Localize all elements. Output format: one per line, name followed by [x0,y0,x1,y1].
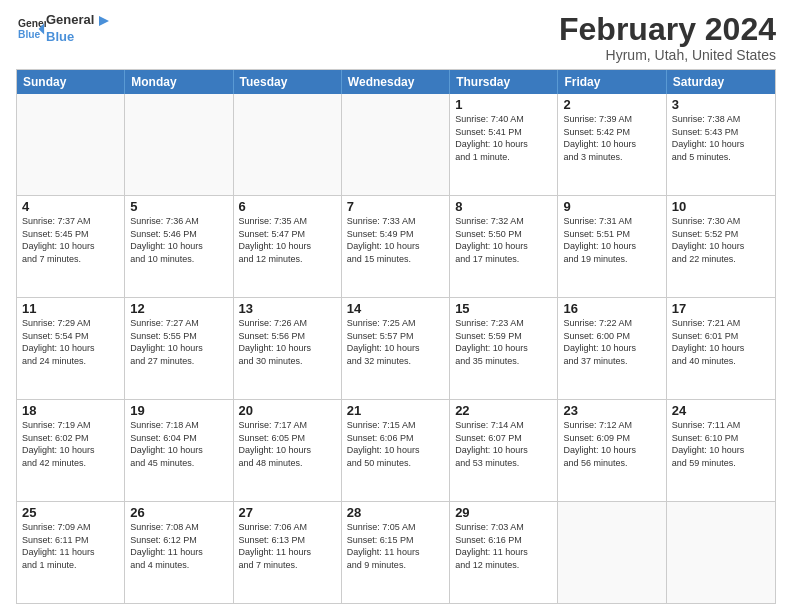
cell-info-r3-c3: Sunrise: 7:15 AM Sunset: 6:06 PM Dayligh… [347,419,444,469]
calendar-cell-r4-c4: 29Sunrise: 7:03 AM Sunset: 6:16 PM Dayli… [450,502,558,603]
cell-date-r2-c5: 16 [563,301,660,316]
cell-info-r3-c0: Sunrise: 7:19 AM Sunset: 6:02 PM Dayligh… [22,419,119,469]
calendar-header: Sunday Monday Tuesday Wednesday Thursday… [17,70,775,94]
calendar-cell-r0-c0 [17,94,125,195]
cell-date-r2-c0: 11 [22,301,119,316]
cell-info-r1-c6: Sunrise: 7:30 AM Sunset: 5:52 PM Dayligh… [672,215,770,265]
calendar-cell-r2-c3: 14Sunrise: 7:25 AM Sunset: 5:57 PM Dayli… [342,298,450,399]
cell-info-r1-c4: Sunrise: 7:32 AM Sunset: 5:50 PM Dayligh… [455,215,552,265]
month-title: February 2024 [559,12,776,47]
cell-info-r0-c5: Sunrise: 7:39 AM Sunset: 5:42 PM Dayligh… [563,113,660,163]
calendar-cell-r3-c4: 22Sunrise: 7:14 AM Sunset: 6:07 PM Dayli… [450,400,558,501]
calendar-cell-r4-c0: 25Sunrise: 7:09 AM Sunset: 6:11 PM Dayli… [17,502,125,603]
calendar-body: 1Sunrise: 7:40 AM Sunset: 5:41 PM Daylig… [17,94,775,603]
calendar-cell-r2-c1: 12Sunrise: 7:27 AM Sunset: 5:55 PM Dayli… [125,298,233,399]
cell-date-r2-c1: 12 [130,301,227,316]
cell-date-r1-c1: 5 [130,199,227,214]
cell-date-r3-c5: 23 [563,403,660,418]
cell-info-r1-c3: Sunrise: 7:33 AM Sunset: 5:49 PM Dayligh… [347,215,444,265]
page: General Blue General Blue February 2024 … [0,0,792,612]
cell-date-r0-c5: 2 [563,97,660,112]
cell-info-r4-c4: Sunrise: 7:03 AM Sunset: 6:16 PM Dayligh… [455,521,552,571]
cell-info-r3-c4: Sunrise: 7:14 AM Sunset: 6:07 PM Dayligh… [455,419,552,469]
logo-blue: Blue [46,30,114,45]
cell-info-r2-c0: Sunrise: 7:29 AM Sunset: 5:54 PM Dayligh… [22,317,119,367]
cell-date-r2-c3: 14 [347,301,444,316]
calendar-cell-r1-c1: 5Sunrise: 7:36 AM Sunset: 5:46 PM Daylig… [125,196,233,297]
calendar-cell-r4-c2: 27Sunrise: 7:06 AM Sunset: 6:13 PM Dayli… [234,502,342,603]
cell-info-r4-c2: Sunrise: 7:06 AM Sunset: 6:13 PM Dayligh… [239,521,336,571]
cell-info-r1-c1: Sunrise: 7:36 AM Sunset: 5:46 PM Dayligh… [130,215,227,265]
day-thursday: Thursday [450,70,558,94]
day-sunday: Sunday [17,70,125,94]
cell-date-r4-c0: 25 [22,505,119,520]
cell-date-r3-c3: 21 [347,403,444,418]
cell-info-r1-c2: Sunrise: 7:35 AM Sunset: 5:47 PM Dayligh… [239,215,336,265]
cell-date-r2-c4: 15 [455,301,552,316]
calendar-cell-r2-c4: 15Sunrise: 7:23 AM Sunset: 5:59 PM Dayli… [450,298,558,399]
logo-arrow-icon [95,12,113,30]
cell-date-r3-c1: 19 [130,403,227,418]
day-tuesday: Tuesday [234,70,342,94]
cell-date-r1-c2: 6 [239,199,336,214]
calendar-row-0: 1Sunrise: 7:40 AM Sunset: 5:41 PM Daylig… [17,94,775,196]
cell-date-r1-c3: 7 [347,199,444,214]
cell-info-r1-c0: Sunrise: 7:37 AM Sunset: 5:45 PM Dayligh… [22,215,119,265]
calendar-cell-r1-c6: 10Sunrise: 7:30 AM Sunset: 5:52 PM Dayli… [667,196,775,297]
cell-date-r1-c4: 8 [455,199,552,214]
cell-info-r3-c5: Sunrise: 7:12 AM Sunset: 6:09 PM Dayligh… [563,419,660,469]
calendar-cell-r4-c5 [558,502,666,603]
title-block: February 2024 Hyrum, Utah, United States [559,12,776,63]
calendar-cell-r2-c5: 16Sunrise: 7:22 AM Sunset: 6:00 PM Dayli… [558,298,666,399]
cell-date-r2-c2: 13 [239,301,336,316]
calendar-cell-r3-c3: 21Sunrise: 7:15 AM Sunset: 6:06 PM Dayli… [342,400,450,501]
svg-text:Blue: Blue [18,30,41,41]
logo-general: General [46,12,94,27]
calendar-cell-r0-c1 [125,94,233,195]
calendar-cell-r1-c0: 4Sunrise: 7:37 AM Sunset: 5:45 PM Daylig… [17,196,125,297]
cell-info-r3-c6: Sunrise: 7:11 AM Sunset: 6:10 PM Dayligh… [672,419,770,469]
cell-date-r3-c6: 24 [672,403,770,418]
calendar-row-4: 25Sunrise: 7:09 AM Sunset: 6:11 PM Dayli… [17,502,775,603]
cell-date-r2-c6: 17 [672,301,770,316]
cell-info-r2-c6: Sunrise: 7:21 AM Sunset: 6:01 PM Dayligh… [672,317,770,367]
calendar-cell-r1-c2: 6Sunrise: 7:35 AM Sunset: 5:47 PM Daylig… [234,196,342,297]
calendar-cell-r3-c1: 19Sunrise: 7:18 AM Sunset: 6:04 PM Dayli… [125,400,233,501]
day-saturday: Saturday [667,70,775,94]
calendar-cell-r1-c4: 8Sunrise: 7:32 AM Sunset: 5:50 PM Daylig… [450,196,558,297]
calendar-cell-r2-c2: 13Sunrise: 7:26 AM Sunset: 5:56 PM Dayli… [234,298,342,399]
calendar: Sunday Monday Tuesday Wednesday Thursday… [16,69,776,604]
cell-date-r0-c4: 1 [455,97,552,112]
cell-date-r3-c2: 20 [239,403,336,418]
calendar-row-1: 4Sunrise: 7:37 AM Sunset: 5:45 PM Daylig… [17,196,775,298]
location-title: Hyrum, Utah, United States [559,47,776,63]
cell-date-r1-c6: 10 [672,199,770,214]
cell-date-r4-c2: 27 [239,505,336,520]
cell-info-r1-c5: Sunrise: 7:31 AM Sunset: 5:51 PM Dayligh… [563,215,660,265]
calendar-cell-r4-c6 [667,502,775,603]
svg-marker-2 [99,16,109,26]
cell-info-r2-c1: Sunrise: 7:27 AM Sunset: 5:55 PM Dayligh… [130,317,227,367]
cell-info-r2-c3: Sunrise: 7:25 AM Sunset: 5:57 PM Dayligh… [347,317,444,367]
calendar-cell-r0-c6: 3Sunrise: 7:38 AM Sunset: 5:43 PM Daylig… [667,94,775,195]
cell-info-r4-c1: Sunrise: 7:08 AM Sunset: 6:12 PM Dayligh… [130,521,227,571]
cell-date-r1-c0: 4 [22,199,119,214]
calendar-cell-r1-c3: 7Sunrise: 7:33 AM Sunset: 5:49 PM Daylig… [342,196,450,297]
cell-info-r3-c1: Sunrise: 7:18 AM Sunset: 6:04 PM Dayligh… [130,419,227,469]
day-friday: Friday [558,70,666,94]
calendar-cell-r3-c0: 18Sunrise: 7:19 AM Sunset: 6:02 PM Dayli… [17,400,125,501]
cell-date-r4-c3: 28 [347,505,444,520]
calendar-cell-r2-c0: 11Sunrise: 7:29 AM Sunset: 5:54 PM Dayli… [17,298,125,399]
cell-date-r4-c1: 26 [130,505,227,520]
calendar-cell-r0-c3 [342,94,450,195]
calendar-cell-r3-c6: 24Sunrise: 7:11 AM Sunset: 6:10 PM Dayli… [667,400,775,501]
calendar-cell-r4-c1: 26Sunrise: 7:08 AM Sunset: 6:12 PM Dayli… [125,502,233,603]
cell-info-r4-c0: Sunrise: 7:09 AM Sunset: 6:11 PM Dayligh… [22,521,119,571]
cell-date-r3-c0: 18 [22,403,119,418]
calendar-cell-r0-c4: 1Sunrise: 7:40 AM Sunset: 5:41 PM Daylig… [450,94,558,195]
calendar-cell-r1-c5: 9Sunrise: 7:31 AM Sunset: 5:51 PM Daylig… [558,196,666,297]
day-wednesday: Wednesday [342,70,450,94]
cell-date-r0-c6: 3 [672,97,770,112]
cell-date-r3-c4: 22 [455,403,552,418]
cell-date-r1-c5: 9 [563,199,660,214]
